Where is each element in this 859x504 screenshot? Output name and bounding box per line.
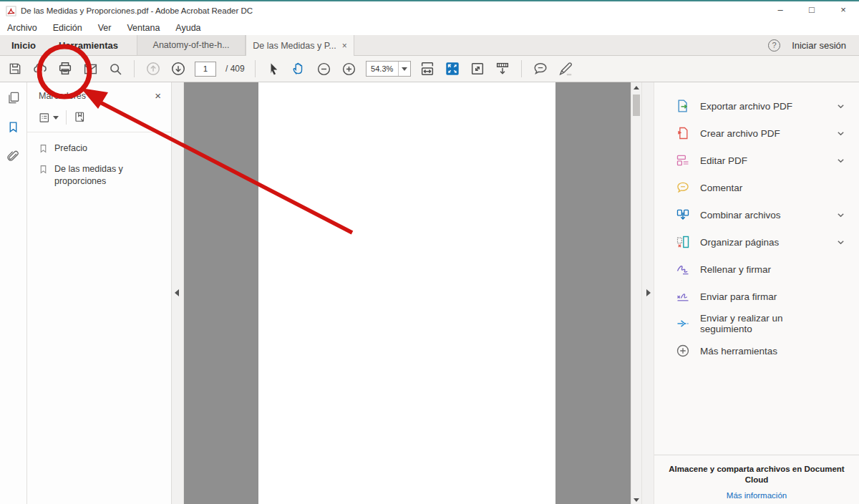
bookmarks-panel-header: Marcadores ×: [27, 82, 171, 107]
chevron-down-icon[interactable]: [837, 130, 845, 137]
zoom-dropdown-arrow[interactable]: [398, 62, 410, 76]
options-list-icon: [39, 112, 51, 124]
save-button[interactable]: [6, 60, 24, 77]
zoom-in-button[interactable]: [341, 60, 358, 77]
menu-edicion[interactable]: Edición: [53, 23, 82, 33]
chevron-down-icon[interactable]: [837, 102, 845, 110]
fit-width-button[interactable]: [419, 60, 436, 77]
tab-bar: Inicio Herramientas Anatomy-of-the-h... …: [0, 35, 859, 56]
caret-down-icon: [402, 67, 407, 71]
fit-width-icon: [419, 61, 435, 77]
title-bar: De las Medidas y Proporciones.pdf - Adob…: [0, 1, 859, 20]
hand-tool-button[interactable]: [291, 60, 308, 77]
hand-tool-icon: [291, 62, 306, 77]
help-icon[interactable]: ?: [768, 39, 780, 52]
tab-close-icon[interactable]: ×: [342, 41, 347, 51]
sign-in-button[interactable]: Iniciar sesión: [792, 40, 846, 51]
tool-comment[interactable]: Comentar: [654, 174, 859, 201]
create-pdf-icon: [676, 126, 690, 140]
fit-page-button[interactable]: [444, 60, 461, 77]
page-count-label: / 409: [225, 64, 245, 74]
chevron-up-icon: [634, 86, 639, 89]
tab-document-anatomy[interactable]: Anatomy-of-the-h...: [137, 35, 246, 55]
promo-more-info-link[interactable]: Más información: [727, 491, 787, 500]
bookmark-item-medidas[interactable]: De las medidas y proporciones: [39, 163, 157, 188]
search-button[interactable]: [107, 60, 124, 77]
tool-combine-files[interactable]: Combinar archivos: [654, 201, 859, 228]
document-view[interactable]: [184, 82, 631, 504]
bookmark-item-prefacio[interactable]: Prefacio: [39, 142, 157, 155]
maximize-button[interactable]: □: [796, 1, 828, 20]
document-cloud-promo: Almacene y comparta archivos en Document…: [654, 455, 859, 501]
tool-send-for-sign[interactable]: Enviar para firmar: [654, 283, 859, 310]
upload-cloud-button[interactable]: [31, 60, 49, 77]
new-bookmark-icon[interactable]: [74, 111, 87, 124]
send-for-sign-icon: [676, 289, 690, 304]
menu-archivo[interactable]: Archivo: [7, 23, 37, 33]
previous-page-button[interactable]: [145, 60, 162, 77]
tool-organize-pages[interactable]: Organizar páginas: [654, 228, 859, 256]
tool-fill-sign[interactable]: Rellenar y firmar: [654, 256, 859, 283]
chevron-down-icon[interactable]: [837, 157, 845, 165]
tool-send-track[interactable]: Enviar y realizar un seguimiento: [654, 310, 859, 337]
collapse-right-icon: [646, 289, 651, 296]
bookmark-options-button[interactable]: [39, 112, 59, 124]
envelope-icon: [83, 62, 98, 77]
window-controls: – □ ×: [765, 1, 859, 20]
bookmarks-panel-icon[interactable]: [7, 120, 19, 134]
tab-herramientas[interactable]: Herramientas: [47, 35, 130, 55]
scroll-up-button[interactable]: [631, 82, 641, 93]
attachments-icon[interactable]: [6, 150, 20, 163]
page-thumbnails-icon[interactable]: [6, 91, 20, 105]
scrolling-mode-button[interactable]: [494, 60, 511, 77]
zoom-out-button[interactable]: [316, 60, 333, 77]
bookmarks-panel-title: Marcadores: [39, 91, 86, 101]
tab-document-medidas[interactable]: De las Medidas y P... ×: [246, 35, 354, 56]
print-button[interactable]: [57, 60, 74, 77]
page-number-input[interactable]: [195, 62, 216, 77]
search-icon: [108, 62, 123, 77]
scrolling-mode-icon: [495, 61, 510, 77]
menu-ayuda[interactable]: Ayuda: [175, 23, 200, 33]
arrow-down-circle-icon: [170, 61, 186, 77]
pdf-page[interactable]: [258, 82, 555, 504]
bookmark-flag-icon: [39, 143, 48, 154]
minus-circle-icon: [316, 62, 331, 77]
tool-more-tools[interactable]: Más herramientas: [654, 337, 859, 364]
chevron-down-icon[interactable]: [837, 238, 845, 246]
select-tool-button[interactable]: [266, 60, 283, 77]
actual-size-button[interactable]: [469, 60, 486, 77]
vertical-scrollbar[interactable]: [631, 82, 641, 504]
export-pdf-icon: [676, 99, 690, 113]
edit-pdf-icon: [676, 153, 690, 168]
scrollbar-thumb[interactable]: [633, 94, 640, 116]
toolbar-separator: [134, 60, 135, 77]
more-tools-icon: [676, 344, 690, 358]
tool-edit-pdf[interactable]: Editar PDF: [654, 147, 859, 174]
tool-create-pdf[interactable]: Crear archivo PDF: [654, 120, 859, 147]
cloud-upload-icon: [32, 61, 48, 77]
tabbar-right: ? Iniciar sesión: [768, 35, 859, 55]
close-button[interactable]: ×: [828, 1, 859, 20]
print-icon: [57, 61, 73, 77]
comment-tool-button[interactable]: [532, 60, 549, 77]
tool-export-pdf[interactable]: Exportar archivo PDF: [654, 92, 859, 120]
next-page-button[interactable]: [170, 60, 187, 77]
email-button[interactable]: [82, 60, 99, 77]
scrollbar-track[interactable]: [631, 117, 641, 495]
menu-ver[interactable]: Ver: [98, 23, 112, 33]
close-panel-icon[interactable]: ×: [155, 89, 161, 102]
panel-collapse-strip-left[interactable]: [172, 82, 184, 504]
minimize-button[interactable]: –: [765, 1, 796, 20]
actual-size-icon: [470, 61, 485, 77]
comment-icon: [676, 180, 690, 195]
main-toolbar: / 409 54.3%: [0, 56, 859, 82]
highlight-tool-button[interactable]: [557, 60, 574, 77]
menu-ventana[interactable]: Ventana: [127, 23, 160, 33]
chevron-down-icon[interactable]: [837, 211, 845, 219]
window-title: De las Medidas y Proporciones.pdf - Adob…: [21, 6, 253, 15]
scroll-down-button[interactable]: [631, 495, 641, 504]
tab-inicio[interactable]: Inicio: [0, 35, 47, 55]
zoom-level-dropdown[interactable]: 54.3%: [366, 61, 411, 77]
panel-collapse-strip-right[interactable]: [641, 82, 654, 504]
